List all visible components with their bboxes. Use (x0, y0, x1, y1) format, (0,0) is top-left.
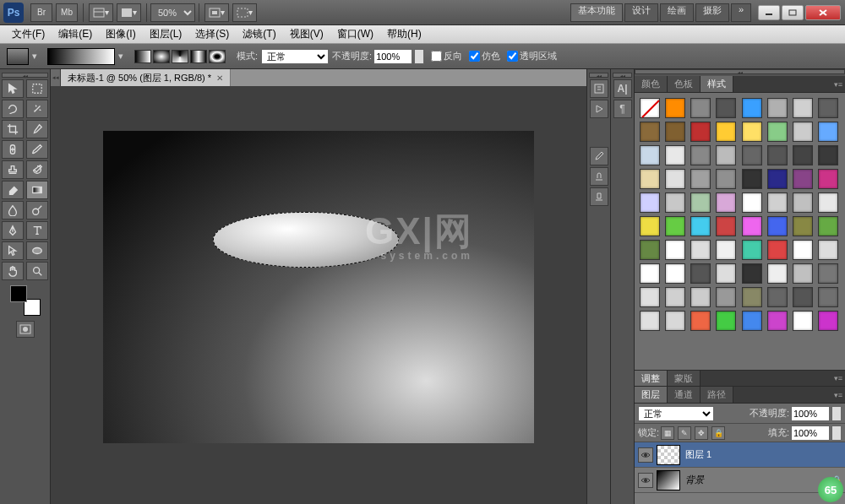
style-swatch[interactable] (716, 98, 736, 118)
style-swatch[interactable] (742, 145, 762, 165)
layer-thumbnail[interactable] (657, 445, 680, 465)
visibility-icon[interactable] (638, 473, 653, 488)
style-swatch[interactable] (640, 287, 660, 307)
style-swatch[interactable] (640, 263, 660, 284)
style-swatch[interactable] (716, 263, 736, 284)
style-swatch[interactable] (716, 287, 736, 307)
canvas-viewport[interactable]: GX|网 system.com (51, 86, 586, 504)
healing-tool[interactable] (2, 140, 24, 159)
style-swatch[interactable] (818, 145, 838, 165)
reverse-checkbox[interactable] (431, 51, 442, 62)
style-swatch[interactable] (690, 263, 711, 284)
menu-filter[interactable]: 滤镜(T) (236, 25, 282, 43)
style-swatch[interactable] (818, 263, 838, 284)
style-swatch[interactable] (716, 240, 736, 260)
actions-icon[interactable] (590, 100, 608, 118)
style-swatch[interactable] (818, 287, 838, 307)
blur-tool[interactable] (2, 201, 24, 219)
style-swatch[interactable] (793, 145, 813, 165)
toolbox-collapse[interactable] (2, 73, 48, 78)
style-swatch[interactable] (793, 216, 813, 236)
layer-row[interactable]: 背景 🔒 (635, 468, 845, 493)
style-swatch[interactable] (640, 216, 660, 236)
menu-help[interactable]: 帮助(H) (380, 25, 428, 43)
style-swatch[interactable] (742, 169, 762, 189)
gradient-angle[interactable] (172, 50, 188, 63)
type-tool[interactable] (26, 221, 48, 240)
zoom-select[interactable]: 50% (150, 3, 195, 22)
style-swatch[interactable] (665, 216, 685, 236)
menu-window[interactable]: 窗口(W) (330, 25, 380, 43)
style-swatch[interactable] (767, 145, 788, 165)
style-swatch[interactable] (742, 311, 762, 331)
clone-panel-icon[interactable] (590, 167, 608, 186)
style-swatch[interactable] (793, 169, 813, 189)
workspace-essential[interactable]: 基本功能 (570, 3, 623, 22)
style-swatch[interactable] (767, 263, 788, 284)
bridge-button[interactable]: Br (30, 3, 52, 22)
style-swatch[interactable] (665, 98, 685, 118)
style-swatch[interactable] (640, 240, 660, 260)
layer-thumbnail[interactable] (657, 470, 680, 490)
blend-mode-select[interactable]: 正常 (261, 49, 329, 64)
arrange-button[interactable]: ▾ (89, 3, 113, 22)
style-swatch[interactable] (716, 192, 736, 213)
style-swatch[interactable] (665, 287, 685, 307)
menu-file[interactable]: 文件(F) (5, 25, 52, 43)
style-swatch[interactable] (818, 240, 838, 260)
style-swatch[interactable] (690, 98, 711, 118)
style-swatch[interactable] (818, 192, 838, 213)
wand-tool[interactable] (26, 100, 48, 118)
eraser-tool[interactable] (2, 181, 24, 199)
transparency-checkbox[interactable] (507, 51, 518, 62)
doc-tab-handle[interactable]: ◂◂ (51, 69, 61, 86)
lock-pixels-icon[interactable]: ✎ (678, 426, 691, 440)
zoom-tool[interactable] (26, 262, 48, 280)
history-brush-tool[interactable] (26, 160, 48, 179)
menu-edit[interactable]: 编辑(E) (52, 25, 99, 43)
layer-blend-select[interactable]: 正常 (638, 406, 714, 421)
layer-opacity-flyout[interactable]: ▸ (831, 406, 842, 421)
style-swatch[interactable] (767, 169, 788, 189)
style-swatch[interactable] (793, 122, 813, 142)
style-swatch[interactable] (767, 122, 788, 142)
panel-menu-icon[interactable]: ▾≡ (831, 76, 845, 92)
style-swatch[interactable] (640, 192, 660, 213)
gradient-picker[interactable] (47, 48, 115, 65)
close-tab-icon[interactable]: ✕ (216, 73, 223, 83)
tab-color[interactable]: 颜色 (635, 76, 668, 92)
menu-image[interactable]: 图像(I) (99, 25, 142, 43)
gradient-tool[interactable] (26, 181, 48, 199)
style-swatch[interactable] (665, 263, 685, 284)
tab-swatches[interactable]: 色板 (668, 76, 701, 92)
brush-presets-icon[interactable] (590, 187, 608, 206)
style-swatch[interactable] (716, 216, 736, 236)
gradient-linear[interactable] (134, 50, 151, 63)
strip-handle[interactable] (589, 73, 608, 78)
style-swatch[interactable] (716, 122, 736, 142)
style-swatch[interactable] (818, 216, 838, 236)
opacity-flyout[interactable]: ▸ (414, 49, 424, 64)
style-swatch[interactable] (818, 311, 838, 331)
style-swatch[interactable] (665, 240, 685, 260)
dodge-tool[interactable] (26, 201, 48, 219)
style-swatch[interactable] (793, 240, 813, 260)
panels-handle[interactable] (635, 69, 845, 74)
brush-panel-icon[interactable] (590, 147, 608, 165)
style-swatch[interactable] (767, 192, 788, 213)
style-swatch[interactable] (742, 240, 762, 260)
style-swatch[interactable] (640, 169, 660, 189)
style-swatch[interactable] (767, 98, 788, 118)
style-swatch[interactable] (690, 287, 711, 307)
strip-handle-2[interactable] (613, 73, 632, 78)
style-swatch[interactable] (690, 216, 711, 236)
character-icon[interactable]: A| (613, 79, 632, 98)
visibility-icon[interactable] (638, 447, 653, 463)
style-swatch[interactable] (716, 145, 736, 165)
tool-preset[interactable] (7, 48, 29, 65)
tab-masks[interactable]: 蒙版 (668, 371, 701, 386)
style-swatch[interactable] (793, 287, 813, 307)
close-button[interactable] (805, 5, 841, 20)
style-swatch[interactable] (640, 311, 660, 331)
style-swatch[interactable] (665, 169, 685, 189)
